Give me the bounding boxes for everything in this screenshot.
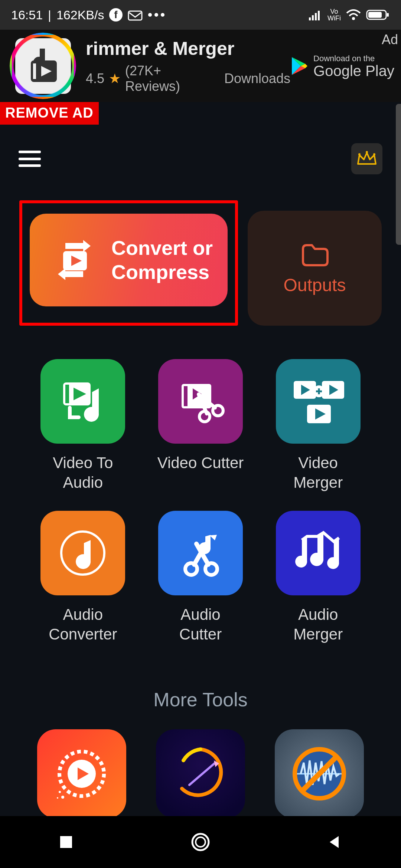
ad-text-block: rimmer & Merger 4.5 ★ (27K+ Reviews) Dow… (79, 38, 290, 94)
svg-rect-54 (60, 836, 72, 848)
tool-label: Video Merger (293, 453, 343, 492)
battery-icon (366, 9, 390, 21)
ad-reviews: (27K+ Reviews) (125, 63, 220, 94)
system-nav-bar (0, 816, 401, 868)
status-left: 16:51 | 162KB/s f (11, 8, 165, 22)
ad-rating: 4.5 (86, 71, 104, 86)
convert-icon (52, 238, 97, 282)
facebook-icon: f (109, 8, 123, 22)
svg-rect-7 (312, 15, 314, 20)
svg-rect-9 (318, 11, 320, 20)
tool-audio-cutter[interactable]: Audio Cutter (147, 511, 254, 644)
google-play-link[interactable]: Download on the Google Play (290, 54, 394, 78)
svg-point-49 (57, 797, 58, 799)
premium-crown-button[interactable] (351, 143, 382, 174)
svg-point-21 (358, 153, 361, 155)
app-bar (0, 125, 401, 185)
status-right: Vo WiFi (309, 8, 390, 22)
video-to-audio-icon (40, 359, 125, 444)
tool-audio-converter[interactable]: Audio Converter (30, 511, 136, 644)
more-tools-grid (0, 729, 401, 818)
svg-rect-12 (368, 12, 382, 18)
nav-back-icon[interactable] (327, 834, 343, 850)
svg-point-23 (373, 153, 375, 155)
signal-icon (309, 9, 322, 20)
ad-downloads: Downloads (224, 71, 290, 86)
status-time: 16:51 (11, 8, 43, 22)
tool-grid: Video To Audio Video Cutter Video Merger (0, 326, 401, 644)
svg-point-10 (352, 17, 355, 20)
ad-badge: Ad (382, 32, 398, 47)
vowifi-label: Vo WiFi (327, 8, 341, 22)
tool-video-merger[interactable]: Video Merger (265, 359, 371, 492)
mail-icon (128, 9, 143, 21)
video-merger-icon (276, 359, 361, 444)
tool-label: Video Cutter (157, 453, 244, 473)
ad-app-icon (7, 30, 79, 102)
svg-rect-6 (309, 17, 311, 20)
svg-rect-30 (184, 386, 188, 406)
status-separator: | (48, 8, 51, 22)
wifi-icon (346, 9, 361, 20)
highlight-annotation: Convert or Compress (19, 200, 238, 326)
star-icon: ★ (109, 71, 121, 86)
play-small-text: Download on the (313, 54, 394, 63)
svg-point-55 (192, 834, 209, 850)
convert-label: Convert or Compress (111, 236, 213, 284)
more-tool-1[interactable] (37, 729, 126, 818)
nav-recents-icon[interactable] (58, 834, 74, 850)
svg-point-5 (161, 13, 164, 17)
svg-rect-27 (65, 385, 69, 403)
video-cutter-icon (158, 359, 243, 444)
remove-ad-button[interactable]: REMOVE AD (0, 102, 99, 125)
outputs-button[interactable]: Outputs (248, 211, 382, 326)
hero-row: Convert or Compress Outputs (0, 185, 401, 326)
more-tool-2[interactable] (156, 729, 245, 818)
tool-label: Video To Audio (53, 453, 113, 492)
svg-text:f: f (114, 9, 118, 20)
audio-merger-icon (276, 511, 361, 595)
svg-point-3 (148, 13, 152, 17)
audio-converter-icon (40, 511, 125, 595)
svg-rect-13 (387, 13, 389, 17)
svg-point-56 (196, 837, 205, 847)
hamburger-menu-icon[interactable] (19, 151, 41, 167)
tool-video-to-audio[interactable]: Video To Audio (30, 359, 136, 492)
svg-point-4 (154, 13, 158, 17)
tool-label: Audio Cutter (179, 605, 222, 644)
play-big-text: Google Play (313, 63, 394, 78)
scrollbar[interactable] (396, 104, 401, 245)
ad-title: rimmer & Merger (86, 38, 290, 59)
google-play-icon (290, 56, 308, 76)
ad-banner[interactable]: rimmer & Merger 4.5 ★ (27K+ Reviews) Dow… (0, 30, 401, 102)
tool-audio-merger[interactable]: Audio Merger (265, 511, 371, 644)
tool-label: Audio Converter (49, 605, 117, 644)
nav-home-icon[interactable] (190, 832, 211, 852)
more-tool-3[interactable] (275, 729, 364, 818)
more-dots-icon (148, 13, 165, 17)
status-netrate: 162KB/s (56, 8, 104, 22)
svg-point-22 (366, 151, 368, 153)
svg-point-47 (59, 791, 61, 793)
outputs-label: Outputs (283, 275, 346, 295)
svg-rect-2 (128, 11, 142, 20)
svg-rect-8 (315, 13, 317, 20)
crown-icon (356, 151, 377, 167)
folder-icon (300, 241, 330, 267)
more-tools-heading: More Tools (0, 688, 401, 711)
tool-video-cutter[interactable]: Video Cutter (147, 359, 254, 492)
svg-point-48 (61, 796, 64, 799)
audio-cutter-icon (158, 511, 243, 595)
tool-label: Audio Merger (293, 605, 343, 644)
convert-compress-button[interactable]: Convert or Compress (30, 214, 228, 306)
status-bar: 16:51 | 162KB/s f Vo WiFi (0, 0, 401, 30)
svg-marker-57 (330, 836, 339, 848)
